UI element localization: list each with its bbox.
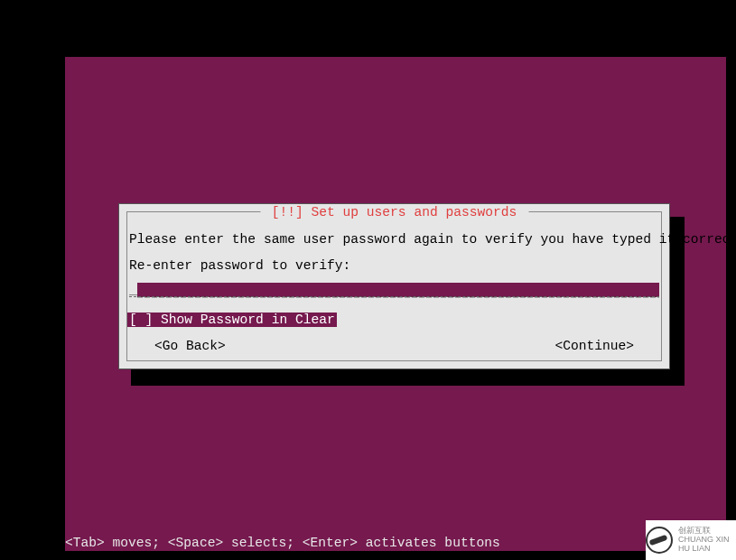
field-underline xyxy=(129,295,659,297)
show-password-checkbox[interactable]: [ ] Show Password in Clear xyxy=(127,313,337,327)
go-back-button[interactable]: <Go Back> xyxy=(154,339,226,353)
watermark-line2: CHUANG XIN HU LIAN xyxy=(678,536,736,554)
watermark-text: 创新互联 CHUANG XIN HU LIAN xyxy=(678,527,736,554)
continue-button[interactable]: <Continue> xyxy=(554,339,634,353)
password-verify-dialog: [!!] Set up users and passwords Please e… xyxy=(118,203,670,369)
watermark-logo-icon xyxy=(646,527,673,554)
dialog-buttons: <Go Back> <Continue> xyxy=(129,339,659,353)
dialog-title: [!!] Set up users and passwords xyxy=(260,205,528,219)
watermark: 创新互联 CHUANG XIN HU LIAN xyxy=(646,520,736,560)
password-prompt: Re-enter password to verify: xyxy=(129,258,350,273)
checkbox-label: Show Password in Clear xyxy=(161,313,335,327)
dialog-frame: [!!] Set up users and passwords Please e… xyxy=(126,211,662,361)
help-bar: <Tab> moves; <Space> selects; <Enter> ac… xyxy=(65,536,500,550)
dialog-instruction: Please enter the same user password agai… xyxy=(129,232,736,247)
